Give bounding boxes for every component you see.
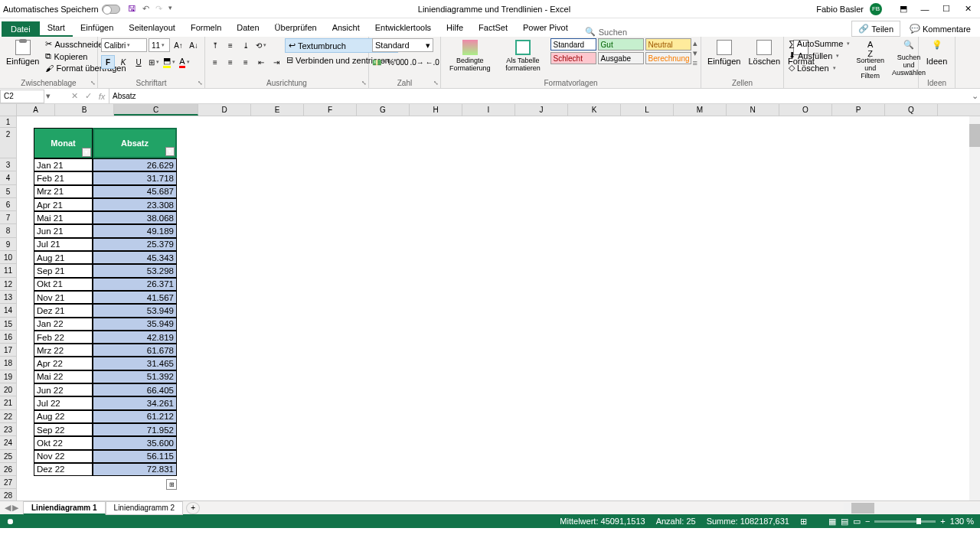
close-icon[interactable]: ✕: [959, 2, 977, 16]
increase-indent-icon[interactable]: ⇥: [270, 55, 283, 69]
view-normal-icon[interactable]: ▦: [828, 517, 836, 527]
undo-icon[interactable]: ↶: [142, 4, 149, 14]
cell-value[interactable]: 25.379: [93, 238, 177, 251]
cell-month[interactable]: Mrz 22: [34, 344, 93, 357]
font-size-select[interactable]: 11: [149, 38, 170, 52]
cell-value[interactable]: 34.261: [93, 396, 177, 409]
column-header-C[interactable]: C: [114, 104, 198, 116]
cell-value[interactable]: 31.465: [93, 357, 177, 370]
style-output[interactable]: Ausgabe: [598, 52, 644, 64]
cell-value[interactable]: 26.629: [93, 158, 177, 171]
cell-value[interactable]: 49.189: [93, 224, 177, 237]
autosum-button[interactable]: ∑AutoSumme: [787, 38, 851, 49]
increase-font-icon[interactable]: A↑: [172, 38, 185, 52]
quick-analysis-icon[interactable]: ⊞: [166, 479, 177, 490]
column-header-G[interactable]: G: [357, 104, 410, 116]
tab-entwicklertools[interactable]: Entwicklertools: [368, 20, 439, 37]
share-button[interactable]: 🔗 Teilen: [851, 21, 900, 37]
decrease-indent-icon[interactable]: ⇤: [254, 55, 268, 69]
cell-value[interactable]: 56.115: [93, 450, 177, 463]
cell-value[interactable]: 35.949: [93, 318, 177, 331]
column-header-K[interactable]: K: [568, 104, 621, 116]
cell-month[interactable]: Dez 22: [34, 463, 93, 476]
decrease-font-icon[interactable]: A↓: [187, 38, 201, 52]
add-sheet-button[interactable]: +: [186, 502, 200, 514]
cell-month[interactable]: Okt 22: [34, 436, 93, 449]
number-format-select[interactable]: Standard▾: [372, 38, 433, 52]
cell-value[interactable]: 53.298: [93, 264, 177, 277]
column-header-Q[interactable]: Q: [885, 104, 938, 116]
row-header[interactable]: 8: [0, 224, 17, 237]
cell-value[interactable]: 41.567: [93, 291, 177, 304]
comments-button[interactable]: 💬 Kommentare: [903, 21, 977, 37]
save-icon[interactable]: 🖫: [128, 4, 136, 14]
cell-month[interactable]: Nov 22: [34, 450, 93, 463]
vertical-scrollbar[interactable]: [969, 116, 980, 500]
cell-value[interactable]: 53.949: [93, 304, 177, 317]
row-header[interactable]: 9: [0, 238, 17, 251]
zoom-out-icon[interactable]: −: [865, 517, 870, 526]
enter-formula-icon[interactable]: ✓: [81, 91, 95, 101]
column-header-A[interactable]: A: [17, 104, 55, 116]
cell-month[interactable]: Mai 21: [34, 211, 93, 224]
zoom-in-icon[interactable]: +: [940, 517, 945, 526]
row-header[interactable]: 17: [0, 344, 17, 357]
row-header[interactable]: 18: [0, 357, 17, 370]
minimize-icon[interactable]: —: [916, 2, 934, 16]
column-header-J[interactable]: J: [515, 104, 568, 116]
name-box-dropdown-icon[interactable]: ▾: [44, 91, 52, 101]
row-header[interactable]: 10: [0, 251, 17, 264]
row-header[interactable]: 28: [0, 489, 17, 500]
cell-value[interactable]: 51.392: [93, 370, 177, 383]
row-header[interactable]: 20: [0, 383, 17, 396]
cell-month[interactable]: Mrz 21: [34, 185, 93, 198]
tab-start[interactable]: Start: [40, 20, 73, 37]
toggle-switch[interactable]: [102, 5, 120, 14]
cell-value[interactable]: 26.371: [93, 278, 177, 291]
row-header[interactable]: 23: [0, 423, 17, 436]
row-header[interactable]: 21: [0, 396, 17, 409]
row-header[interactable]: 7: [0, 211, 17, 224]
row-header[interactable]: 4: [0, 171, 17, 184]
tab-hilfe[interactable]: Hilfe: [439, 20, 471, 37]
align-middle-icon[interactable]: ≡: [224, 38, 237, 52]
conditional-formatting-button[interactable]: Bedingte Formatierung: [444, 38, 495, 78]
row-header[interactable]: 6: [0, 198, 17, 211]
view-page-break-icon[interactable]: ▭: [853, 517, 861, 527]
select-all-corner[interactable]: [0, 104, 17, 116]
style-neutral[interactable]: Neutral: [645, 38, 691, 51]
cell-value[interactable]: 45.687: [93, 185, 177, 198]
style-calc[interactable]: Berechnung: [645, 52, 691, 64]
style-more-icon[interactable]: ≡: [693, 58, 697, 67]
clipboard-expand-icon[interactable]: ⤡: [90, 80, 96, 86]
sheet-nav-prev-icon[interactable]: ◀: [5, 503, 11, 513]
row-header[interactable]: 13: [0, 291, 17, 304]
zoom-slider[interactable]: [874, 520, 936, 523]
column-header-H[interactable]: H: [410, 104, 462, 116]
user-name[interactable]: Fabio Basler: [816, 5, 864, 14]
cell-month[interactable]: Jan 21: [34, 158, 93, 171]
sheet-nav-next-icon[interactable]: ▶: [12, 503, 18, 513]
cell-value[interactable]: 35.600: [93, 436, 177, 449]
style-standard[interactable]: Standard: [550, 38, 596, 51]
cell-value[interactable]: 71.952: [93, 423, 177, 436]
sheet-tab[interactable]: Liniendiagramm 1: [23, 501, 106, 515]
row-header[interactable]: 5: [0, 185, 17, 198]
style-bad[interactable]: Schlecht: [550, 52, 596, 64]
cell-month[interactable]: Sep 21: [34, 264, 93, 277]
ideas-button[interactable]: 💡Ideen: [922, 38, 952, 67]
name-box[interactable]: C2: [0, 90, 44, 103]
table-header-monat[interactable]: Monat▾: [34, 128, 93, 158]
record-macro-icon[interactable]: ⏺: [6, 517, 15, 526]
cell-month[interactable]: Jul 21: [34, 238, 93, 251]
border-button[interactable]: ⊞: [147, 55, 161, 69]
zoom-level[interactable]: 130 %: [950, 517, 974, 526]
column-header-N[interactable]: N: [727, 104, 779, 116]
tab-seitenlayout[interactable]: Seitenlayout: [121, 20, 183, 37]
cell-value[interactable]: 45.343: [93, 251, 177, 264]
cancel-formula-icon[interactable]: ✕: [67, 91, 81, 101]
tab-power pivot[interactable]: Power Pivot: [515, 20, 576, 37]
align-center-icon[interactable]: ≡: [224, 55, 237, 69]
row-header[interactable]: 19: [0, 370, 17, 383]
row-header[interactable]: 26: [0, 463, 17, 476]
